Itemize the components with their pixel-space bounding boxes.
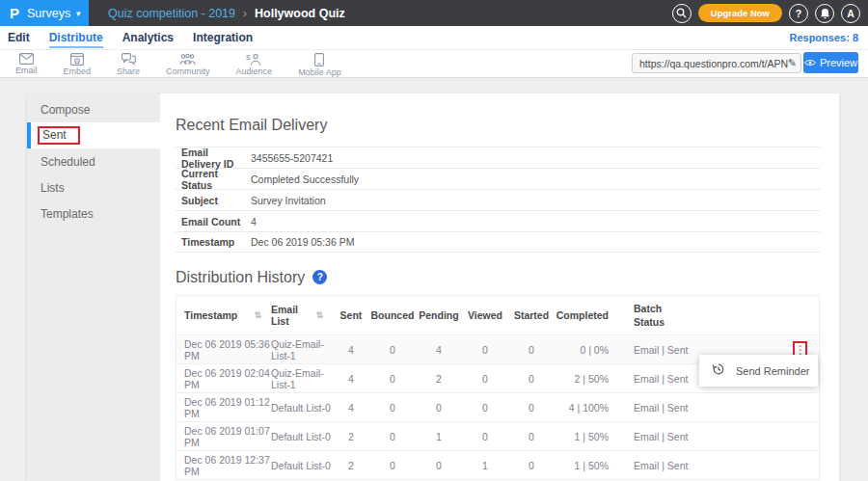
sort-icon[interactable]: ⇅: [315, 310, 333, 320]
main-panel: ComposeSentScheduledListsTemplates Recen…: [27, 94, 839, 481]
cell-started: 0: [508, 431, 555, 442]
table-row: Timestamp Dec 06 2019 05:36 PM: [176, 231, 820, 253]
cell-viewed: 0: [462, 373, 508, 385]
top-right-actions: Upgrade Now ? A: [672, 4, 868, 23]
svg-text:$: $: [246, 53, 251, 62]
search-icon[interactable]: [672, 4, 692, 23]
mobile-app-icon: [314, 53, 324, 67]
cell-pending: 1: [416, 431, 462, 442]
cell-started: 0: [508, 373, 555, 385]
surveys-menu-label: Surveys: [27, 7, 70, 20]
field-label: Subject: [176, 195, 244, 206]
table-row: Dec 06 2019 12:37 PMDefault List-0200101…: [176, 450, 819, 479]
sidebar-item-compose[interactable]: Compose: [27, 96, 160, 122]
field-value: Survey Invitation: [251, 195, 326, 206]
breadcrumb-separator-icon: ›: [243, 7, 247, 20]
survey-nav-tabs: Edit Distribute Analytics Integration Re…: [0, 26, 868, 50]
cell-completed: 4 | 100%: [555, 402, 612, 414]
top-bar: P Surveys ▼ Quiz competition - 2019 › Ho…: [0, 0, 868, 26]
field-value: Dec 06 2019 05:36 PM: [251, 236, 354, 248]
cell-bounced: 0: [369, 344, 416, 356]
survey-url-box: ✎: [632, 53, 801, 73]
table-row: Email Count 4: [176, 210, 820, 231]
sent-content: Recent Email Delivery Email Delivery ID …: [160, 94, 839, 481]
notifications-bell-icon[interactable]: [815, 4, 834, 23]
audience-tool-button[interactable]: $ Audience: [236, 53, 273, 76]
breadcrumb: Quiz competition - 2019 › Hollywood Quiz: [108, 7, 345, 20]
column-header-started: Started: [508, 309, 555, 321]
cell-batch-status: Email | Sent: [612, 460, 699, 471]
distribution-history-title: Distribution History: [176, 268, 305, 286]
mobile-app-tool-button[interactable]: Mobile App: [298, 53, 341, 77]
tab-analytics[interactable]: Analytics: [122, 27, 174, 48]
cell-completed: 1 | 50%: [555, 431, 612, 442]
sidebar-item-scheduled[interactable]: Scheduled: [27, 148, 160, 174]
embed-icon: [70, 53, 84, 66]
share-icon: [122, 53, 136, 66]
embed-tool-label: Embed: [64, 67, 92, 76]
cell-pending: 0: [416, 460, 462, 471]
cell-started: 0: [508, 402, 555, 414]
field-label: Email Count: [176, 216, 244, 227]
distribution-history-table: Timestamp⇅Email List⇅SentBouncedPendingV…: [176, 295, 820, 480]
help-icon[interactable]: ?: [312, 270, 327, 284]
cell-email-list: Default List-0: [271, 402, 333, 414]
cell-batch-status: Email | Sent: [612, 344, 699, 356]
cell-sent: 4: [333, 402, 369, 414]
email-tool-label: Email: [15, 67, 38, 75]
field-label: Email Delivery ID: [176, 147, 244, 170]
sort-icon[interactable]: ⇅: [254, 310, 271, 320]
responses-count[interactable]: Responses: 8: [789, 32, 860, 43]
table-row: Dec 06 2019 01:07 PMDefault List-0201001…: [176, 421, 819, 450]
cell-pending: 4: [416, 344, 462, 356]
questionpro-logo: P: [10, 5, 19, 21]
preview-button[interactable]: Preview: [803, 52, 858, 73]
annotation-red-box: Sent: [38, 126, 80, 145]
cell-completed: 1 | 50%: [555, 460, 612, 471]
cell-email-list: Quiz-Email-List-1: [271, 367, 333, 390]
table-row: Current Status Completed Successfully: [176, 168, 820, 189]
tab-integration[interactable]: Integration: [193, 27, 253, 48]
history-header-row: Timestamp⇅Email List⇅SentBouncedPendingV…: [176, 296, 819, 334]
upgrade-now-button[interactable]: Upgrade Now: [698, 4, 782, 22]
cell-timestamp: Dec 06 2019 02:04 PM: [176, 367, 271, 390]
survey-url-input[interactable]: [639, 58, 788, 69]
column-header-timestamp[interactable]: Timestamp⇅: [176, 309, 271, 321]
edit-url-pencil-icon[interactable]: ✎: [788, 57, 797, 69]
tab-edit[interactable]: Edit: [8, 27, 30, 48]
help-button[interactable]: ?: [789, 4, 808, 23]
preview-label: Preview: [820, 57, 857, 68]
community-tool-button[interactable]: Community: [166, 53, 210, 76]
surveys-menu[interactable]: P Surveys ▼: [0, 0, 89, 26]
avatar[interactable]: A: [841, 4, 860, 23]
recent-delivery-title: Recent Email Delivery: [176, 116, 820, 134]
column-header-bounced: Bounced: [369, 309, 416, 321]
field-value: Completed Successfully: [251, 174, 359, 185]
cell-started: 0: [508, 344, 555, 356]
column-header-pending: Pending: [416, 309, 462, 321]
cell-sent: 2: [333, 431, 369, 442]
audience-tool-label: Audience: [236, 67, 273, 76]
cell-completed: 0 | 0%: [555, 344, 612, 356]
share-tool-button[interactable]: Share: [117, 53, 140, 76]
kebab-menu-icon[interactable]: ⋮: [795, 344, 805, 356]
sidebar-item-sent[interactable]: Sent: [27, 122, 160, 148]
eye-icon: [804, 57, 816, 68]
cell-bounced: 0: [369, 460, 416, 471]
column-header-completed: Completed: [555, 309, 612, 321]
cell-batch-status: Email | Sent: [612, 373, 699, 385]
menu-item-send-reminder[interactable]: Send Reminder: [736, 365, 809, 377]
embed-tool-button[interactable]: Embed: [64, 53, 92, 76]
cell-timestamp: Dec 06 2019 05:36 PM: [176, 338, 271, 361]
sidebar-item-lists[interactable]: Lists: [27, 174, 160, 200]
sidebar-item-templates[interactable]: Templates: [27, 200, 160, 227]
tab-distribute[interactable]: Distribute: [49, 27, 103, 48]
distribution-history-header: Distribution History ?: [176, 268, 820, 286]
cell-batch-status: Email | Sent: [612, 431, 699, 442]
cell-started: 0: [508, 460, 555, 471]
email-tool-button[interactable]: Email: [15, 53, 38, 75]
breadcrumb-folder[interactable]: Quiz competition - 2019: [108, 7, 235, 20]
cell-pending: 0: [416, 402, 462, 414]
column-header-email-list[interactable]: Email List⇅: [271, 304, 333, 327]
field-value: 3455655-5207421: [251, 152, 333, 164]
